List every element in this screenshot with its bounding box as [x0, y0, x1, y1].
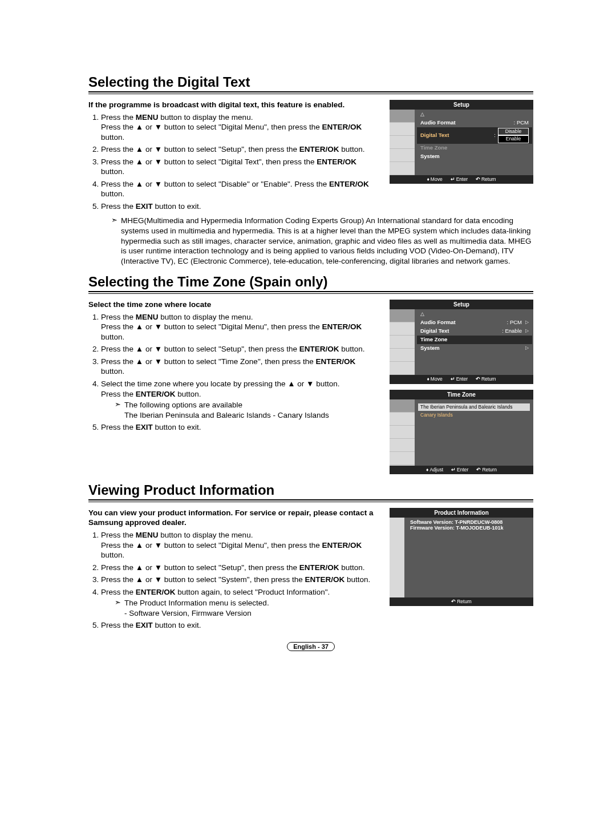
step-item: Press the ▲ or ▼ button to select "Syste… [101, 575, 378, 585]
tv-sidebar [390, 518, 404, 597]
section-title: Selecting the Digital Text [88, 74, 533, 90]
divider [88, 291, 533, 294]
tv-footer: ↶Return [390, 597, 533, 606]
note-arrow-icon [115, 598, 121, 618]
divider [88, 91, 533, 94]
section-body: If the programme is broadcast with digit… [88, 100, 533, 213]
tv-sidebar [390, 309, 415, 375]
intro-text: Select the time zone where locate [88, 300, 378, 310]
screenshot-column: Setup △ Audio Format: PCM Digital Text:D… [390, 100, 533, 184]
step-item: Press the MENU button to display the men… [101, 312, 378, 342]
step-item: Press the ▲ or ▼ button to select "Setup… [101, 344, 378, 354]
tv-sidebar [390, 399, 415, 466]
step-item: Press the ENTER/OK button again, to sele… [101, 587, 378, 619]
tv-main: △ Audio Format: PCM Digital Text:Disable… [415, 110, 533, 175]
intro-text: You can view your product information. F… [88, 508, 378, 528]
screenshot-column: Product Information Software Version: T-… [390, 508, 533, 606]
tv-sidebar [390, 110, 415, 175]
tv-title: Time Zone [390, 390, 533, 399]
step-item: Select the time zone where you locate by… [101, 379, 378, 420]
tv-footer: ♦Move ↵Enter ↶Return [390, 175, 533, 184]
note: MHEG(Multimedia and Hypermedia Informati… [111, 216, 533, 266]
section-product-info: Viewing Product Information You can view… [88, 482, 533, 633]
tv-footer: ♦Adjust ↵Enter ↶Return [390, 466, 533, 474]
step-item: Press the MENU button to display the men… [101, 530, 378, 560]
note-text: MHEG(Multimedia and Hypermedia Informati… [121, 216, 533, 266]
tv-menu-product-info: Product Information Software Version: T-… [390, 508, 533, 606]
step-list: Press the MENU button to display the men… [88, 112, 378, 212]
step-item: Press the ▲ or ▼ button to select "Setup… [101, 563, 378, 573]
tz-option-selected: The Iberian Peninsula and Balearic Islan… [418, 403, 530, 411]
tv-main: The Iberian Peninsula and Balearic Islan… [415, 399, 533, 466]
sub-note-body: - Software Version, Firmware Version [124, 609, 252, 617]
step-item: Press the EXIT button to exit. [101, 422, 378, 433]
intro-text: If the programme is broadcast with digit… [88, 100, 378, 110]
tv-title: Setup [390, 300, 533, 309]
screenshot-column: Setup △ Audio Format: PCM▷ Digital Text:… [390, 300, 533, 474]
text-column: If the programme is broadcast with digit… [88, 100, 378, 213]
section-body: You can view your product information. F… [88, 508, 533, 633]
prod-line: Firmware Version: T-MOJODEUB-101k [410, 526, 504, 531]
step-item: Press the MENU button to display the men… [101, 112, 378, 143]
step-item: Press the ▲ or ▼ button to select "Disab… [101, 179, 378, 199]
sub-note: The Product Information menu is selected… [115, 598, 378, 618]
tv-main: △ Audio Format: PCM▷ Digital Text: Enabl… [415, 309, 533, 375]
tv-menu-setup-timezone: Setup △ Audio Format: PCM▷ Digital Text:… [390, 300, 533, 383]
page-number: English - 37 [287, 642, 335, 651]
manual-page: Selecting the Digital Text If the progra… [0, 0, 616, 674]
up-icon: △ [420, 312, 529, 317]
step-list: Press the MENU button to display the men… [88, 312, 378, 433]
tv-main: Software Version: T-PNRDEUCW-0808 Firmwa… [404, 518, 508, 597]
text-column: You can view your product information. F… [88, 508, 378, 633]
section-digital-text: Selecting the Digital Text If the progra… [88, 74, 533, 266]
sub-note-lead: The following options are available [124, 401, 242, 409]
section-time-zone: Selecting the Time Zone (Spain only) Sel… [88, 274, 533, 474]
text-column: Select the time zone where locate Press … [88, 300, 378, 435]
note-arrow-icon [115, 400, 121, 420]
section-title: Selecting the Time Zone (Spain only) [88, 274, 533, 290]
tv-title: Setup [390, 100, 533, 110]
sub-note: The following options are available The … [115, 400, 378, 420]
section-title: Viewing Product Information [88, 482, 533, 498]
step-item: Press the EXIT button to exit. [101, 201, 378, 212]
tv-menu-timezone-list: Time Zone The Iberian Peninsula and Bale… [390, 390, 533, 474]
section-body: Select the time zone where locate Press … [88, 300, 533, 474]
tv-menu-digital-text: Setup △ Audio Format: PCM Digital Text:D… [390, 100, 533, 184]
step-item: Press the EXIT button to exit. [101, 620, 378, 631]
sub-note-lead: The Product Information menu is selected… [124, 599, 269, 607]
sub-note-body: The Iberian Peninsula and Balearic Islan… [124, 411, 329, 419]
note-arrow-icon [111, 216, 117, 266]
step-item: Press the ▲ or ▼ button to select "Setup… [101, 144, 378, 155]
up-icon: △ [420, 112, 529, 117]
page-number-wrap: English - 37 [88, 641, 533, 651]
tz-option: Canary Islands [418, 411, 530, 419]
tv-footer: ♦Move ↵Enter ↶Return [390, 375, 533, 383]
divider [88, 499, 533, 502]
tv-title: Product Information [390, 508, 533, 518]
step-item: Press the ▲ or ▼ button to select "Digit… [101, 157, 378, 177]
step-item: Press the ▲ or ▼ button to select "Time … [101, 357, 378, 377]
step-list: Press the MENU button to display the men… [88, 530, 378, 631]
